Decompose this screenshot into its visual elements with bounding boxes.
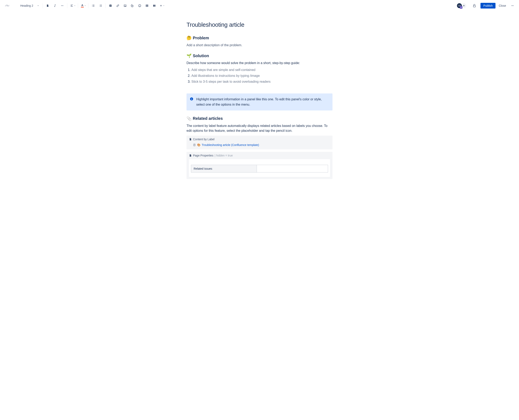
text-color-swatch	[81, 7, 84, 8]
svg-point-13	[139, 5, 139, 6]
layouts-button[interactable]	[151, 2, 158, 9]
macro-body[interactable]: Related issues	[189, 159, 330, 177]
macro-header: Content by Label	[189, 138, 330, 141]
svg-point-19	[511, 6, 512, 6]
restrictions-button[interactable]	[471, 2, 478, 9]
svg-rect-17	[154, 5, 156, 7]
close-button[interactable]: Close	[496, 3, 508, 8]
svg-rect-15	[146, 5, 148, 7]
properties-table[interactable]: Related issues	[191, 165, 328, 172]
avatar-group: CK C	[457, 3, 467, 8]
info-panel[interactable]: Highlight important information in a pan…	[187, 93, 332, 110]
bullet-list-button[interactable]	[90, 2, 97, 9]
alignment-button[interactable]	[69, 2, 76, 9]
more-formatting-button[interactable]	[59, 2, 66, 9]
text-style-label: Heading 2	[20, 4, 33, 7]
svg-point-2	[63, 6, 63, 6]
mention-button[interactable]	[129, 2, 136, 9]
avatar-presence-badge: C	[460, 6, 462, 9]
toolbar-divider	[88, 3, 88, 8]
svg-point-11	[124, 5, 125, 6]
svg-point-23	[191, 98, 192, 98]
publish-button[interactable]: Publish	[481, 3, 496, 8]
macro-header: Page Properties | hidden = true	[189, 154, 330, 157]
page-icon	[189, 138, 192, 141]
solution-intro[interactable]: Describe how someone would solve the pro…	[187, 61, 332, 66]
thinking-face-emoji: 🤔	[187, 36, 192, 40]
image-button[interactable]	[122, 2, 128, 9]
table-row[interactable]: Related issues	[191, 165, 328, 172]
document-icon	[193, 143, 196, 146]
editor-content[interactable]: Troubleshooting article 🤔 Problem Add a …	[187, 11, 332, 191]
toolbar-divider	[78, 3, 78, 8]
info-icon	[190, 97, 193, 107]
more-actions-button[interactable]	[509, 2, 516, 9]
solution-steps-list[interactable]: Add steps that are simple and self-conta…	[187, 67, 332, 84]
numbered-list-button[interactable]: 123	[97, 2, 104, 9]
macro-title: Content by Label	[193, 138, 214, 141]
emoji-button[interactable]	[136, 2, 143, 9]
paperclip-emoji: 📎	[187, 116, 192, 121]
info-panel-text[interactable]: Highlight important information in a pan…	[196, 97, 329, 107]
heading-related[interactable]: 📎 Related articles	[187, 116, 332, 121]
heading-problem[interactable]: 🤔 Problem	[187, 36, 332, 40]
page-title[interactable]: Troubleshooting article	[187, 22, 332, 28]
list-item[interactable]: Add illustrations to instructions by typ…	[191, 73, 332, 79]
user-avatar[interactable]: CK C	[457, 3, 462, 8]
svg-rect-24	[191, 99, 192, 100]
svg-rect-16	[153, 5, 154, 7]
macro-result-item[interactable]: 🎨 Troubleshooting article (Confluence te…	[189, 141, 330, 147]
svg-point-12	[138, 4, 141, 7]
svg-point-4	[92, 6, 92, 6]
svg-point-14	[140, 5, 140, 6]
heading-related-text: Related articles	[193, 116, 223, 121]
list-item[interactable]: Stick to 3-5 steps per task to avoid ove…	[191, 79, 332, 85]
macro-meta: | hidden = true	[214, 154, 233, 157]
palette-emoji: 🎨	[197, 143, 201, 147]
insert-button[interactable]	[158, 2, 165, 9]
heading-solution-text: Solution	[193, 53, 209, 58]
related-body[interactable]: The content by label feature automatical…	[187, 123, 332, 133]
svg-point-20	[512, 6, 513, 6]
seedling-emoji: 🌱	[187, 53, 192, 58]
table-button[interactable]	[144, 2, 150, 9]
macro-result-link[interactable]: Troubleshooting article (Confluence temp…	[202, 143, 259, 147]
chevron-down-icon	[37, 4, 39, 7]
heading-problem-text: Problem	[193, 36, 209, 40]
list-item[interactable]: Add steps that are simple and self-conta…	[191, 67, 332, 73]
link-button[interactable]	[114, 2, 121, 9]
page-icon	[189, 154, 192, 157]
problem-body[interactable]: Add a short description of the problem.	[187, 43, 332, 48]
svg-rect-9	[109, 5, 112, 7]
svg-point-1	[62, 6, 63, 6]
table-cell[interactable]	[257, 165, 328, 172]
toolbar-divider	[105, 3, 106, 8]
svg-point-21	[513, 6, 514, 6]
confluence-logo-icon	[5, 3, 10, 8]
action-item-button[interactable]	[107, 2, 114, 9]
toolbar-divider	[67, 3, 67, 8]
macro-title: Page Properties	[193, 154, 213, 157]
table-header-cell[interactable]: Related issues	[191, 165, 257, 172]
heading-solution[interactable]: 🌱 Solution	[187, 53, 332, 58]
text-style-select[interactable]: Heading 2	[19, 3, 41, 8]
editor-toolbar: Heading 2 A 123	[0, 0, 519, 11]
svg-point-3	[92, 5, 92, 5]
svg-point-5	[92, 6, 92, 7]
toolbar-divider	[43, 3, 43, 8]
bold-button[interactable]	[44, 2, 51, 9]
svg-text:3: 3	[99, 6, 100, 7]
content-by-label-macro[interactable]: Content by Label 🎨 Troubleshooting artic…	[187, 136, 332, 149]
svg-rect-18	[473, 6, 476, 7]
italic-button[interactable]	[52, 2, 58, 9]
text-color-button[interactable]: A	[80, 2, 87, 9]
svg-point-0	[61, 6, 62, 6]
page-properties-macro[interactable]: Page Properties | hidden = true Related …	[187, 152, 332, 179]
